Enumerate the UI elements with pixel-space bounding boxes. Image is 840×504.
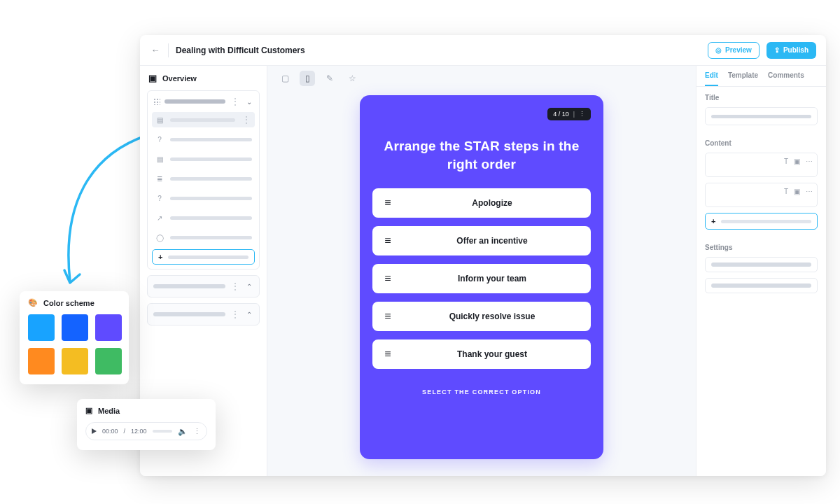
grip-icon[interactable]: ≡ xyxy=(372,272,402,285)
color-swatch[interactable] xyxy=(28,348,55,374)
tool-comment-icon[interactable]: ✎ xyxy=(322,71,337,86)
divider xyxy=(168,43,169,57)
preview-button-label: Preview xyxy=(725,46,752,54)
text-tool-icon[interactable]: T xyxy=(784,158,788,165)
option-label: Offer an incentive xyxy=(402,236,582,246)
grip-icon[interactable]: ≡ xyxy=(372,197,402,209)
slide-item[interactable]: ? xyxy=(152,132,255,147)
title-input[interactable] xyxy=(705,107,818,125)
color-swatch[interactable] xyxy=(62,348,88,374)
media-title: Media xyxy=(98,407,120,415)
chevron-down-icon[interactable]: ⌄ xyxy=(245,98,253,106)
editor-window: ← Dealing with Difficult Customers ◎ Pre… xyxy=(140,35,826,476)
back-arrow-icon[interactable]: ← xyxy=(150,45,161,56)
more-tool-icon[interactable]: ⋯ xyxy=(806,158,813,165)
slide-title-placeholder xyxy=(170,118,235,122)
more-tool-icon[interactable]: ⋯ xyxy=(806,188,813,195)
chevron-up-icon[interactable]: ⌃ xyxy=(245,311,253,318)
grip-icon[interactable]: ≡ xyxy=(372,348,402,360)
kebab-icon[interactable]: ⋮ xyxy=(230,281,241,291)
settings-row[interactable] xyxy=(705,278,818,293)
grip-icon[interactable]: ≡ xyxy=(372,310,402,323)
reorder-option[interactable]: ≡ Thank your guest xyxy=(372,340,591,369)
slide-item[interactable]: ▤ xyxy=(152,151,255,167)
slide-title-placeholder xyxy=(170,236,252,239)
reorder-option[interactable]: ≡ Quickly resolve issue xyxy=(372,302,591,331)
kebab-icon[interactable]: ⋮ xyxy=(230,309,241,319)
tab-comments[interactable]: Comments xyxy=(768,71,804,86)
speaker-icon[interactable]: 🔈 xyxy=(178,427,188,436)
play-icon[interactable] xyxy=(92,428,97,434)
image-tool-icon[interactable]: ▣ xyxy=(794,188,800,195)
content-block[interactable]: T ▣ ⋯ xyxy=(705,153,818,177)
slide-item[interactable]: ▤ ⋮ xyxy=(152,112,255,127)
kebab-icon[interactable]: ⋮ xyxy=(230,97,241,106)
kebab-icon[interactable]: ⋮ xyxy=(241,115,252,125)
slide-item[interactable]: ↗ xyxy=(152,210,255,225)
media-popover: ▣ Media 00:00 / 12:00 🔈 ⋮ xyxy=(77,399,216,450)
list-icon: ≣ xyxy=(155,174,164,183)
audio-track[interactable] xyxy=(153,430,172,433)
reorder-option[interactable]: ≡ Offer an incentive xyxy=(372,226,591,255)
add-content-label-placeholder xyxy=(721,220,811,223)
option-label: Thank your guest xyxy=(402,349,582,359)
link-icon: ↗ xyxy=(155,213,164,223)
tool-mobile-icon[interactable]: ▯ xyxy=(300,71,315,86)
add-content-button[interactable]: + xyxy=(705,213,818,230)
slide-heading: Arrange the STAR steps in the right orde… xyxy=(377,137,587,173)
color-swatch[interactable] xyxy=(95,314,122,341)
audio-time-separator: / xyxy=(124,428,126,435)
plus-icon: + xyxy=(711,217,715,225)
color-swatch[interactable] xyxy=(62,314,88,341)
publish-button-label: Publish xyxy=(783,46,808,54)
slide-item[interactable]: ≣ xyxy=(152,171,255,186)
slide-title-placeholder xyxy=(170,177,252,181)
section-title-placeholder xyxy=(164,99,225,104)
color-swatch[interactable] xyxy=(95,348,122,374)
section-card[interactable]: ⋮ ⌃ xyxy=(147,303,260,326)
inspector-panel: Edit Template Comments Title Content T ▣… xyxy=(696,66,826,476)
reorder-option[interactable]: ≡ Apologize xyxy=(372,188,591,218)
image-tool-icon[interactable]: ▣ xyxy=(794,158,800,165)
topbar: ← Dealing with Difficult Customers ◎ Pre… xyxy=(140,35,826,66)
slide-preview-card: 4 / 10 | ⋮ Arrange the STAR steps in the… xyxy=(360,95,603,459)
content-section-label: Content xyxy=(705,139,818,147)
preview-button[interactable]: ◎ Preview xyxy=(708,42,760,59)
reorder-options: ≡ Apologize ≡ Offer an incentive ≡ Infor… xyxy=(372,188,591,369)
media-icon: ▣ xyxy=(85,406,92,415)
content-block[interactable]: T ▣ ⋯ xyxy=(705,183,818,207)
audio-player[interactable]: 00:00 / 12:00 🔈 ⋮ xyxy=(85,422,207,440)
tab-edit[interactable]: Edit xyxy=(705,71,718,86)
publish-icon: ⇪ xyxy=(774,46,780,54)
more-icon[interactable]: ⋮ xyxy=(193,427,201,436)
add-slide-label-placeholder xyxy=(168,255,248,259)
text-icon: ▤ xyxy=(155,154,164,164)
progress-menu-icon[interactable]: ⋮ xyxy=(579,111,585,118)
tab-template[interactable]: Template xyxy=(728,71,758,86)
slide-title-placeholder xyxy=(170,158,252,161)
publish-button[interactable]: ⇪ Publish xyxy=(766,42,816,59)
divider: | xyxy=(573,111,575,118)
reorder-option[interactable]: ≡ Inform your team xyxy=(372,264,591,293)
check-icon: ◯ xyxy=(155,232,164,242)
settings-row[interactable] xyxy=(705,257,818,272)
title-value-placeholder xyxy=(711,115,811,118)
color-swatch[interactable] xyxy=(28,314,55,341)
section-card[interactable]: ⋮ ⌄ ▤ ⋮ ? ▤ xyxy=(147,90,260,270)
text-tool-icon[interactable]: T xyxy=(784,188,788,195)
progress-pill: 4 / 10 | ⋮ xyxy=(547,108,591,120)
settings-value-placeholder xyxy=(711,284,811,288)
book-icon: ▣ xyxy=(148,73,157,83)
grip-icon[interactable]: ≡ xyxy=(372,234,402,247)
slide-item[interactable]: ? xyxy=(152,190,255,206)
audio-time-current: 00:00 xyxy=(102,428,118,435)
add-slide-button[interactable]: + xyxy=(152,249,255,265)
slide-title-placeholder xyxy=(170,138,252,141)
tool-desktop-icon[interactable]: ▢ xyxy=(277,71,293,86)
tool-star-icon[interactable]: ☆ xyxy=(344,71,360,86)
section-card[interactable]: ⋮ ⌃ xyxy=(147,275,260,298)
chevron-up-icon[interactable]: ⌃ xyxy=(245,283,253,290)
palette-icon: 🎨 xyxy=(28,298,38,307)
drag-handle-icon[interactable] xyxy=(153,98,160,105)
slide-item[interactable]: ◯ xyxy=(152,230,255,245)
